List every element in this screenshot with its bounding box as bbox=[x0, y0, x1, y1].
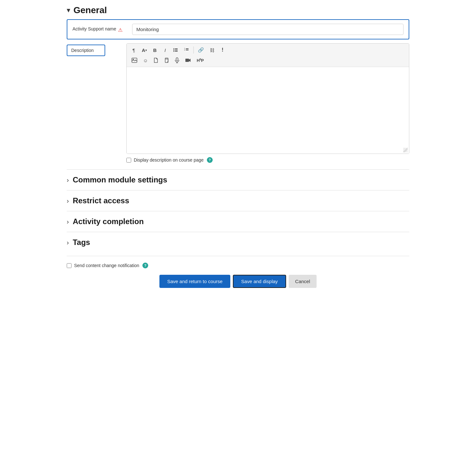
toolbar-bullet-btn[interactable] bbox=[171, 46, 181, 55]
toolbar-paragraph-btn[interactable]: ¶ bbox=[129, 46, 138, 55]
svg-point-2 bbox=[173, 50, 174, 51]
common-module-settings-section: › Common module settings bbox=[67, 169, 409, 190]
activity-support-name-box: Activity Support name ⚠ bbox=[67, 19, 409, 39]
svg-rect-9 bbox=[186, 50, 189, 50]
toolbar-row-2: ☺ H5P bbox=[129, 56, 406, 65]
send-notification-checkbox[interactable] bbox=[67, 263, 72, 268]
tags-chevron: › bbox=[67, 239, 69, 246]
toolbar-italic-btn[interactable]: I bbox=[161, 46, 170, 55]
button-row: Save and return to course Save and displ… bbox=[67, 275, 409, 288]
toolbar-mic-btn[interactable] bbox=[173, 56, 182, 65]
svg-rect-13 bbox=[176, 58, 178, 61]
description-box: Description bbox=[67, 45, 105, 56]
description-label-wrap: Description bbox=[67, 43, 121, 56]
editor-resize-handle[interactable] bbox=[403, 148, 408, 152]
notification-row: Send content change notification ? bbox=[67, 263, 409, 268]
toolbar-h5p-btn[interactable]: H5P bbox=[194, 56, 206, 65]
activity-support-name-input[interactable] bbox=[132, 24, 404, 35]
activity-support-name-row: Activity Support name ⚠ bbox=[72, 24, 404, 35]
restrict-access-header[interactable]: › Restrict access bbox=[67, 196, 409, 205]
toolbar-exclamation-btn[interactable]: ! bbox=[218, 46, 227, 55]
activity-completion-header[interactable]: › Activity completion bbox=[67, 217, 409, 226]
editor-toolbar: ¶ A▾ B I 12 🔗 ⛓ ! bbox=[127, 44, 409, 67]
svg-marker-17 bbox=[189, 59, 191, 62]
description-label: Description bbox=[71, 48, 94, 53]
svg-rect-16 bbox=[185, 59, 189, 62]
toolbar-copy-btn[interactable] bbox=[162, 56, 171, 65]
send-notification-help-icon[interactable]: ? bbox=[142, 263, 148, 268]
description-editor: ¶ A▾ B I 12 🔗 ⛓ ! bbox=[126, 43, 409, 154]
svg-rect-1 bbox=[175, 48, 178, 49]
description-row: Description ¶ A▾ B I 12 bbox=[67, 43, 409, 154]
restrict-access-title: Restrict access bbox=[73, 196, 129, 205]
svg-rect-7 bbox=[186, 48, 189, 49]
save-return-button[interactable]: Save and return to course bbox=[159, 275, 230, 288]
tags-header[interactable]: › Tags bbox=[67, 238, 409, 247]
tags-title: Tags bbox=[73, 238, 90, 247]
svg-rect-3 bbox=[175, 50, 178, 50]
save-display-button[interactable]: Save and display bbox=[233, 275, 286, 288]
required-icon: ⚠ bbox=[118, 27, 123, 33]
activity-completion-section: › Activity completion bbox=[67, 211, 409, 232]
general-chevron-icon: ▾ bbox=[67, 6, 70, 14]
editor-body[interactable] bbox=[127, 67, 409, 154]
display-description-label[interactable]: Display description on course page bbox=[134, 157, 204, 163]
toolbar-link-btn[interactable]: 🔗 bbox=[196, 46, 206, 55]
toolbar-font-btn[interactable]: A▾ bbox=[140, 46, 149, 55]
toolbar-unlink-btn[interactable]: ⛓ bbox=[208, 46, 217, 55]
svg-rect-5 bbox=[175, 51, 178, 52]
toolbar-row-1: ¶ A▾ B I 12 🔗 ⛓ ! bbox=[129, 46, 406, 55]
toolbar-file-btn[interactable] bbox=[151, 56, 160, 65]
common-module-settings-title: Common module settings bbox=[73, 175, 167, 184]
display-description-checkbox[interactable] bbox=[126, 158, 131, 163]
general-section-title: General bbox=[73, 5, 107, 15]
activity-support-name-label: Activity Support name ⚠ bbox=[72, 24, 127, 33]
toolbar-image-btn[interactable] bbox=[129, 56, 140, 65]
common-module-settings-chevron: › bbox=[67, 176, 69, 184]
common-module-settings-header[interactable]: › Common module settings bbox=[67, 175, 409, 184]
display-description-help-icon[interactable]: ? bbox=[207, 157, 213, 163]
restrict-access-chevron: › bbox=[67, 197, 69, 205]
general-section-header[interactable]: ▾ General bbox=[67, 0, 409, 19]
activity-completion-title: Activity completion bbox=[73, 217, 144, 226]
toolbar-bold-btn[interactable]: B bbox=[150, 46, 159, 55]
activity-completion-chevron: › bbox=[67, 218, 69, 225]
toolbar-video-btn[interactable] bbox=[183, 56, 193, 65]
bottom-section: Send content change notification ? Save … bbox=[67, 256, 409, 288]
cancel-button[interactable]: Cancel bbox=[289, 275, 317, 288]
toolbar-emoji-btn[interactable]: ☺ bbox=[141, 56, 150, 65]
svg-point-4 bbox=[173, 51, 174, 52]
svg-text:2: 2 bbox=[184, 49, 185, 51]
svg-point-0 bbox=[173, 48, 174, 49]
display-description-row: Display description on course page ? bbox=[126, 157, 409, 163]
restrict-access-section: › Restrict access bbox=[67, 190, 409, 211]
toolbar-numbered-btn[interactable]: 12 bbox=[182, 46, 191, 55]
send-notification-label[interactable]: Send content change notification bbox=[74, 263, 139, 268]
tags-section: › Tags bbox=[67, 232, 409, 253]
toolbar-divider-1 bbox=[193, 46, 194, 54]
h5p-label: H5P bbox=[197, 58, 204, 63]
